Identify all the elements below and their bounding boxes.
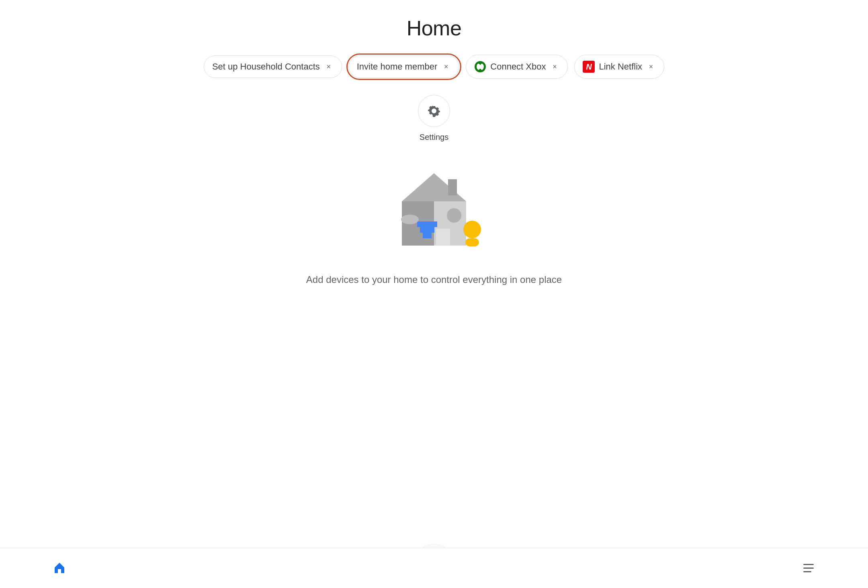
empty-state-description: Add devices to your home to control ever…	[306, 272, 562, 287]
svg-rect-2	[448, 179, 457, 195]
chip-connect-xbox[interactable]: Connect Xbox ×	[466, 55, 568, 79]
settings-section: Settings	[418, 95, 450, 142]
chip-close-icon[interactable]: ×	[441, 62, 451, 72]
menu-icon	[801, 561, 816, 576]
home-icon	[52, 561, 67, 576]
chip-label: Invite home member	[357, 61, 438, 72]
page-title: Home	[407, 16, 462, 40]
chip-household-contacts[interactable]: Set up Household Contacts ×	[204, 55, 342, 78]
svg-rect-7	[420, 227, 434, 233]
svg-point-5	[447, 208, 461, 223]
svg-point-10	[463, 221, 481, 238]
settings-label: Settings	[420, 133, 448, 142]
svg-rect-17	[803, 568, 814, 569]
home-nav-button[interactable]	[48, 557, 71, 580]
home-illustration	[374, 161, 494, 258]
svg-rect-11	[465, 238, 479, 246]
svg-rect-6	[417, 221, 437, 227]
settings-button[interactable]	[418, 95, 450, 127]
chips-row: Set up Household Contacts × Invite home …	[204, 55, 664, 79]
svg-point-12	[401, 215, 419, 224]
chip-invite-home-member[interactable]: Invite home member ×	[348, 55, 460, 78]
chip-close-icon[interactable]: ×	[550, 62, 559, 72]
svg-rect-16	[803, 564, 814, 565]
chip-label: Link Netflix	[599, 61, 642, 72]
svg-rect-8	[423, 233, 432, 238]
chip-close-icon[interactable]: ×	[646, 62, 656, 72]
chip-link-netflix[interactable]: N Link Netflix ×	[574, 55, 664, 79]
xbox-icon	[474, 61, 486, 73]
chip-label: Connect Xbox	[490, 61, 546, 72]
chip-close-icon[interactable]: ×	[324, 62, 334, 72]
svg-rect-9	[436, 229, 450, 246]
menu-nav-button[interactable]	[797, 557, 820, 580]
gear-icon	[427, 104, 441, 118]
bottom-bar	[0, 548, 868, 588]
chip-label: Set up Household Contacts	[212, 61, 320, 72]
svg-rect-18	[803, 571, 811, 572]
netflix-icon: N	[583, 61, 595, 73]
